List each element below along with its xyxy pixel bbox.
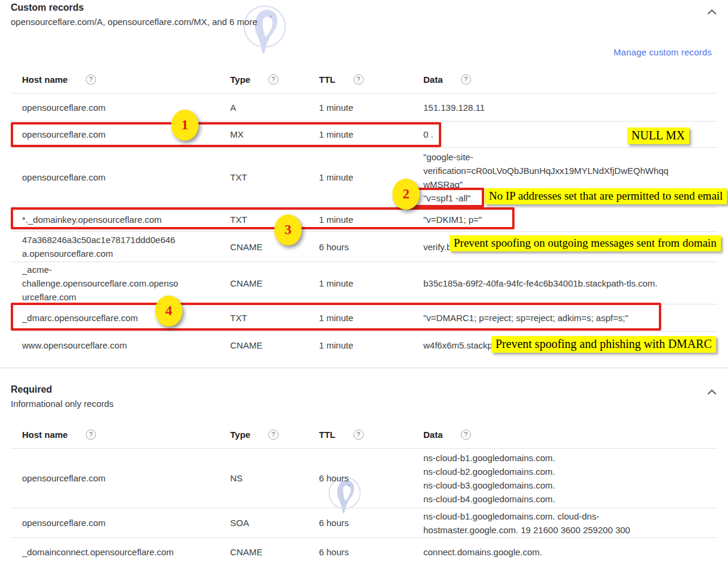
column-label: Host name xyxy=(22,74,68,85)
data-cell: 0 . xyxy=(423,127,717,141)
column-header-hostname: Host name ? xyxy=(22,74,230,85)
section-subtitle: opensourceflare.com/A, opensourceflare.c… xyxy=(11,16,728,28)
host-cell: opensourceflare.com xyxy=(22,127,230,141)
type-cell: TXT xyxy=(230,311,319,325)
record-row: _domainconnect.opensourceflare.comCNAME6… xyxy=(11,538,717,566)
type-cell: CNAME xyxy=(230,276,319,290)
host-cell: *._domainkey.opensourceflare.com xyxy=(22,213,230,226)
ttl-cell: 1 minute xyxy=(319,170,423,184)
record-row: opensourceflare.comMX1 minute0 . xyxy=(11,122,717,148)
help-icon[interactable]: ? xyxy=(354,74,364,85)
host-cell: www.opensourceflare.com xyxy=(22,338,230,352)
data-cell: w4f6x6m5.stackp xyxy=(423,338,717,352)
ttl-cell: 6 hours xyxy=(319,545,423,559)
table-header-row: Host name ? Type ? TTL ? Data ? xyxy=(11,66,717,94)
help-icon[interactable]: ? xyxy=(461,430,471,440)
help-icon[interactable]: ? xyxy=(354,430,364,440)
section-title: Custom records xyxy=(11,1,728,14)
column-label: Type xyxy=(230,74,250,85)
type-cell: TXT xyxy=(230,213,319,226)
chevron-up-icon xyxy=(705,5,719,19)
record-row: opensourceflare.comSOA6 hoursns-cloud-b1… xyxy=(11,508,717,538)
section-title: Required xyxy=(11,383,728,396)
column-header-data: Data ? xyxy=(423,430,717,440)
column-label: Type xyxy=(230,430,250,440)
column-header-hostname: Host name ? xyxy=(22,430,230,440)
record-row: _acme-challenge.opensourceflare.com.open… xyxy=(11,262,717,304)
host-cell: opensourceflare.com xyxy=(22,516,230,530)
host-cell: _dmarc.opensourceflare.com xyxy=(22,311,230,325)
ttl-cell: 6 hours xyxy=(319,516,423,530)
data-cell: "v=DKIM1; p=" xyxy=(423,213,717,226)
help-icon[interactable]: ? xyxy=(86,430,96,440)
dns-records-page: Custom records opensourceflare.com/A, op… xyxy=(0,0,728,566)
record-row: opensourceflare.comTXT1 minute"google-si… xyxy=(11,148,717,207)
host-cell: opensourceflare.com xyxy=(22,170,230,184)
record-row: *._domainkey.opensourceflare.comTXT1 min… xyxy=(11,207,717,232)
manage-custom-records-link[interactable]: Manage custom records xyxy=(614,47,712,57)
type-cell: NS xyxy=(230,471,319,485)
table-header-row: Host name ? Type ? TTL ? Data ? xyxy=(11,421,717,449)
data-cell: ns-cloud-b1.googledomains.com.ns-cloud-b… xyxy=(423,451,717,506)
required-records-table: Host name ? Type ? TTL ? Data ? opensour… xyxy=(11,421,717,566)
record-row: opensourceflare.comNS6 hoursns-cloud-b1.… xyxy=(11,449,717,508)
ttl-cell: 1 minute xyxy=(319,101,423,114)
help-icon[interactable]: ? xyxy=(268,430,278,440)
record-row: www.opensourceflare.comCNAME1 minutew4f6… xyxy=(11,332,717,358)
section-subtitle: Informational only records xyxy=(11,398,728,410)
type-cell: SOA xyxy=(230,516,319,530)
required-records-header: Required Informational only records xyxy=(0,368,728,410)
record-row: _dmarc.opensourceflare.comTXT1 minute"v=… xyxy=(11,304,717,332)
column-label: Data xyxy=(423,74,443,85)
column-label: TTL xyxy=(319,74,336,85)
ttl-cell: 6 hours xyxy=(319,471,423,485)
ttl-cell: 1 minute xyxy=(319,127,423,141)
host-cell: _domainconnect.opensourceflare.com xyxy=(22,545,230,559)
host-cell: opensourceflare.com xyxy=(22,471,230,485)
chevron-up-icon xyxy=(705,385,719,399)
custom-records-table: Host name ? Type ? TTL ? Data ? opensour… xyxy=(11,66,717,358)
record-row: 47a368246a3c50ac1e78171ddd0e646a.opensou… xyxy=(11,232,717,262)
type-cell: A xyxy=(230,101,319,114)
column-header-ttl: TTL ? xyxy=(319,430,423,440)
data-cell: "google-site-verification=cR0oLVoQbJBunH… xyxy=(423,150,717,205)
ttl-cell: 6 hours xyxy=(319,240,423,254)
data-cell: b35c185a-69f2-40fa-94fc-fe4c6b34001b.sta… xyxy=(423,276,717,290)
data-cell: 151.139.128.11 xyxy=(423,101,717,114)
data-cell: connect.domains.google.com. xyxy=(423,545,717,559)
collapse-section-button[interactable] xyxy=(703,383,721,401)
data-cell: ns-cloud-b1.googledomains.com. cloud-dns… xyxy=(423,509,717,537)
ttl-cell: 1 minute xyxy=(319,276,423,290)
type-cell: TXT xyxy=(230,170,319,184)
help-icon[interactable]: ? xyxy=(86,74,96,85)
host-cell: opensourceflare.com xyxy=(22,101,230,114)
column-header-type: Type ? xyxy=(230,430,319,440)
type-cell: CNAME xyxy=(230,338,319,352)
ttl-cell: 1 minute xyxy=(319,311,423,325)
type-cell: CNAME xyxy=(230,240,319,254)
collapse-section-button[interactable] xyxy=(703,3,721,21)
ttl-cell: 1 minute xyxy=(319,213,423,226)
column-header-data: Data ? xyxy=(423,74,717,85)
column-label: Host name xyxy=(22,430,68,440)
column-header-type: Type ? xyxy=(230,74,319,85)
column-label: TTL xyxy=(319,430,336,440)
column-header-ttl: TTL ? xyxy=(319,74,423,85)
help-icon[interactable]: ? xyxy=(461,74,471,85)
data-cell: verify.b xyxy=(423,240,717,254)
ttl-cell: 1 minute xyxy=(319,338,423,352)
help-icon[interactable]: ? xyxy=(268,74,278,85)
host-cell: _acme-challenge.opensourceflare.com.open… xyxy=(22,263,230,304)
record-row: opensourceflare.comA1 minute151.139.128.… xyxy=(11,94,717,122)
custom-records-header: Custom records opensourceflare.com/A, op… xyxy=(0,0,728,28)
type-cell: MX xyxy=(230,127,319,141)
data-cell: "v=DMARC1; p=reject; sp=reject; adkim=s;… xyxy=(423,311,717,325)
host-cell: 47a368246a3c50ac1e78171ddd0e646a.opensou… xyxy=(22,233,230,260)
column-label: Data xyxy=(423,430,443,440)
type-cell: CNAME xyxy=(230,545,319,559)
